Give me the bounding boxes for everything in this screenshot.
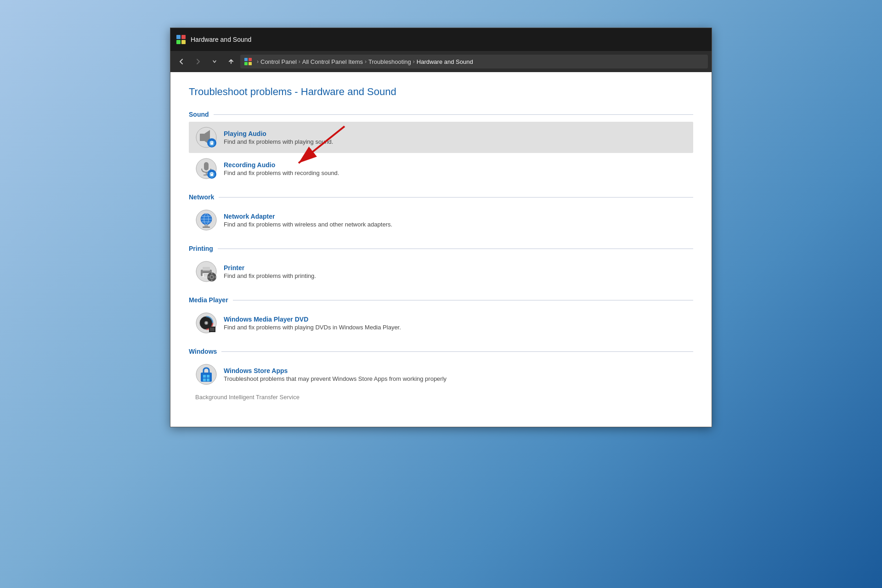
svg-rect-56 [207, 379, 209, 381]
svg-rect-3 [181, 40, 186, 44]
network-adapter-item[interactable]: Network Adapter Find and fix problems wi… [189, 204, 693, 236]
svg-rect-15 [204, 162, 209, 170]
section-printing-header: Printing [189, 245, 693, 252]
svg-rect-54 [207, 375, 209, 378]
back-button[interactable] [174, 54, 189, 69]
svg-rect-27 [204, 225, 208, 226]
bits-text: Background Intelligent Transfer Service [195, 394, 300, 401]
nav-bar: › Control Panel › All Control Panel Item… [170, 51, 712, 72]
svg-rect-50 [209, 331, 215, 332]
content-area: Troubleshoot problems - Hardware and Sou… [170, 72, 712, 427]
section-media-player: Media Player [189, 296, 693, 339]
section-sound-header: Sound [189, 111, 693, 118]
up-button[interactable] [224, 54, 238, 69]
recording-audio-title: Recording Audio [224, 161, 339, 169]
svg-point-37 [211, 276, 213, 278]
section-windows: Windows [189, 348, 693, 404]
svg-rect-5 [249, 58, 252, 61]
wmp-dvd-item[interactable]: Windows Media Player DVD Find and fix pr… [189, 307, 693, 339]
breadcrumb-sep-1: › [299, 58, 300, 65]
section-sound: Sound [189, 111, 693, 184]
section-windows-header: Windows [189, 348, 693, 355]
section-printing: Printing [189, 245, 693, 287]
section-media-player-label: Media Player [189, 296, 228, 304]
section-printing-line [218, 249, 693, 249]
bits-title: Background Intelligent Transfer Service [195, 394, 300, 401]
breadcrumb-control-panel[interactable]: Control Panel [260, 58, 297, 65]
window-icon [176, 34, 186, 45]
recording-audio-text: Recording Audio Find and fix problems wi… [224, 161, 339, 176]
breadcrumb-all-items[interactable]: All Control Panel Items [302, 58, 363, 65]
breadcrumb-sep-3: › [413, 58, 415, 65]
svg-point-45 [205, 322, 207, 324]
network-adapter-icon [195, 209, 217, 231]
breadcrumb-sep-0: › [257, 58, 259, 65]
svg-rect-28 [203, 226, 210, 228]
section-sound-line [214, 114, 693, 115]
network-adapter-title: Network Adapter [224, 213, 392, 220]
printer-text: Printer Find and fix problems with print… [224, 264, 316, 279]
breadcrumb-bar: › Control Panel › All Control Panel Item… [240, 55, 708, 68]
svg-rect-53 [203, 375, 206, 378]
svg-rect-2 [176, 40, 181, 44]
section-media-player-header: Media Player [189, 296, 693, 304]
recent-pages-button[interactable] [207, 54, 222, 69]
svg-rect-49 [209, 327, 215, 328]
title-bar: Hardware and Sound [170, 28, 712, 51]
playing-audio-title: Playing Audio [224, 130, 333, 137]
playing-audio-item[interactable]: Playing Audio Find and fix problems with… [189, 122, 693, 153]
network-adapter-desc: Find and fix problems with wireless and … [224, 221, 392, 228]
recording-audio-desc: Find and fix problems with recording sou… [224, 170, 339, 176]
windows-store-apps-desc: Troubleshoot problems that may prevent W… [224, 375, 447, 382]
section-network-label: Network [189, 193, 214, 201]
svg-rect-7 [249, 62, 252, 65]
main-window: Hardware and Sound [170, 28, 712, 427]
forward-button[interactable] [191, 54, 205, 69]
breadcrumb-sep-2: › [365, 58, 367, 65]
section-network-header: Network [189, 193, 693, 201]
network-adapter-text: Network Adapter Find and fix problems wi… [224, 213, 392, 228]
svg-rect-38 [211, 272, 213, 274]
recording-audio-item[interactable]: Recording Audio Find and fix problems wi… [189, 153, 693, 184]
svg-rect-0 [176, 35, 181, 39]
recording-audio-icon [195, 158, 217, 180]
svg-rect-9 [200, 134, 204, 141]
svg-rect-52 [201, 373, 212, 382]
svg-rect-6 [244, 62, 248, 65]
window-title: Hardware and Sound [191, 36, 251, 43]
wmp-dvd-title: Windows Media Player DVD [224, 316, 401, 323]
printer-desc: Find and fix problems with printing. [224, 272, 316, 279]
section-network: Network [189, 193, 693, 236]
windows-store-apps-icon [195, 363, 217, 385]
playing-audio-text: Playing Audio Find and fix problems with… [224, 130, 333, 145]
svg-rect-32 [203, 267, 210, 271]
breadcrumb-icon [244, 57, 252, 66]
playing-audio-desc: Find and fix problems with playing sound… [224, 138, 333, 145]
printer-icon [195, 260, 217, 283]
svg-rect-4 [244, 58, 248, 61]
section-sound-label: Sound [189, 111, 209, 118]
section-network-line [219, 197, 693, 198]
printer-item[interactable]: Printer Find and fix problems with print… [189, 256, 693, 287]
svg-rect-39 [211, 280, 213, 282]
wmp-dvd-text: Windows Media Player DVD Find and fix pr… [224, 316, 401, 331]
svg-rect-1 [181, 35, 186, 39]
section-windows-label: Windows [189, 348, 217, 355]
svg-rect-41 [215, 277, 216, 278]
wmp-dvd-icon [195, 312, 217, 334]
breadcrumb-hardware-sound: Hardware and Sound [417, 58, 473, 65]
section-windows-line [221, 351, 693, 352]
playing-audio-icon [195, 126, 217, 148]
windows-store-apps-text: Windows Store Apps Troubleshoot problems… [224, 367, 447, 382]
svg-rect-55 [203, 379, 206, 381]
windows-store-apps-item[interactable]: Windows Store Apps Troubleshoot problems… [189, 359, 693, 390]
printer-title: Printer [224, 264, 316, 271]
wmp-dvd-desc: Find and fix problems with playing DVDs … [224, 324, 401, 331]
page-title: Troubleshoot problems - Hardware and Sou… [189, 86, 693, 98]
svg-rect-40 [207, 277, 209, 278]
section-media-player-line [233, 300, 693, 300]
breadcrumb-troubleshooting[interactable]: Troubleshooting [368, 58, 411, 65]
windows-store-apps-title: Windows Store Apps [224, 367, 447, 374]
svg-rect-34 [204, 276, 207, 277]
bits-item[interactable]: Background Intelligent Transfer Service [189, 390, 693, 404]
